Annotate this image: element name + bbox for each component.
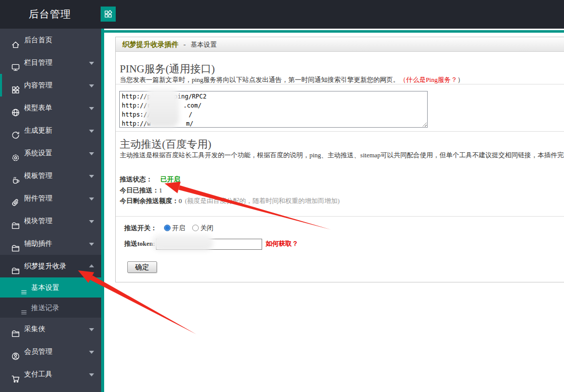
caret-down-icon [89, 175, 94, 178]
sidebar: 后台首页栏目管理内容管理模型表单生成更新系统设置模板管理附件管理模块管理辅助插件… [0, 29, 101, 392]
sidebar-item-label: 模型表单 [24, 96, 52, 119]
push-token-label: 推送token: [124, 238, 156, 249]
how-to-get-token-link[interactable]: 如何获取？ [266, 240, 298, 247]
push-status-label: 推送状态： [120, 175, 152, 183]
radio-push-off[interactable] [192, 225, 199, 231]
caret-down-icon [89, 220, 94, 223]
radio-off-label[interactable]: 关闭 [200, 224, 213, 232]
folder-icon [11, 217, 20, 226]
pushed-today-label: 今日已推送： [120, 186, 159, 194]
plugin-title: 织梦提升收录插件 [122, 41, 179, 48]
sidebar-item-attachment-manage[interactable]: 附件管理 [0, 187, 101, 210]
sidebar-item-label: 辅助插件 [24, 232, 52, 255]
push-section-desc: 主动推送是根据百度站长工具开发的一个功能，根据百度的说明，ping、主动推送、s… [120, 151, 564, 159]
caret-down-icon [89, 62, 94, 65]
sidebar-item-column-manage[interactable]: 栏目管理 [0, 51, 101, 74]
sidebar-item-member-manage[interactable]: 会员管理 [0, 340, 101, 363]
home-icon [11, 36, 20, 45]
push-switch-label: 推送开关： [124, 224, 157, 232]
confirm-button[interactable]: 确定 [127, 261, 157, 273]
sidebar-item-generate-update[interactable]: 生成更新 [0, 119, 101, 142]
sidebar-item-template-manage[interactable]: 模板管理 [0, 164, 101, 187]
sidebar-subitem-label: 推送记录 [31, 298, 59, 318]
caret-down-icon [89, 152, 94, 155]
app-title: 后台管理 [29, 0, 71, 29]
sidebar-item-payment-tools[interactable]: 支付工具 [0, 363, 101, 385]
push-section: 主动推送(百度专用) 主动推送是根据百度站长工具开发的一个功能，根据百度的说明，… [116, 132, 564, 217]
sidebar-item-label: 支付工具 [24, 363, 52, 385]
panel-header: 织梦提升收录插件 - 基本设置 [116, 37, 564, 52]
sidebar-item-dedecms-seo-plugin[interactable]: 织梦提升收录 [0, 255, 101, 277]
monitor-icon [11, 58, 20, 67]
sidebar-item-label: 生成更新 [24, 119, 52, 142]
sidebar-item-content-manage[interactable]: 内容管理 [0, 74, 101, 96]
pushed-today-value: 1 [159, 186, 163, 194]
clip-icon [11, 194, 20, 203]
ping-section-desc: 当您发表一篇新文章时，ping服务将向以下站点发出通告，第一时间通知搜索引擎更新… [120, 76, 564, 83]
refresh-icon [11, 126, 20, 135]
sidebar-item-system-settings[interactable]: 系统设置 [0, 142, 101, 164]
globe-icon [11, 104, 20, 113]
caret-down-icon [89, 243, 94, 246]
push-status-line: 推送状态：已开启 [120, 174, 564, 185]
folder-icon [11, 325, 20, 334]
sidebar-subitem-basic-settings[interactable]: 基本设置 [0, 277, 101, 298]
what-is-ping-link[interactable]: （什么是Ping服务？ [399, 76, 457, 83]
cup-icon [11, 171, 20, 180]
push-status-block: 推送状态：已开启 今日已推送：1 今日剩余推送额度：0(额度是由百度分配的，随着… [120, 174, 564, 207]
sidebar-item-label: 织梦提升收录 [24, 255, 66, 277]
quota-line: 今日剩余推送额度：0(额度是由百度分配的，随着时间和权重的增加而增加) [120, 195, 564, 207]
list-icon [20, 304, 28, 311]
sidebar-item-module-manage[interactable]: 模块管理 [0, 210, 101, 232]
sidebar-item-helper-plugins[interactable]: 辅助插件 [0, 232, 101, 255]
sidebar-item-label: 模板管理 [24, 164, 52, 187]
page-title: 基本设置 [191, 41, 217, 48]
grid-icon [11, 81, 20, 90]
sidebar-item-label: 内容管理 [24, 74, 52, 96]
quota-value: 0 [179, 197, 182, 205]
caret-down-icon [89, 84, 94, 87]
pushed-today-line: 今日已推送：1 [120, 185, 564, 196]
content-top-accent [104, 30, 564, 33]
sidebar-item-label: 模块管理 [24, 210, 52, 232]
sidebar-item-label: 附件管理 [24, 187, 52, 210]
topbar: 后台管理 [0, 0, 564, 29]
cart-icon [11, 370, 20, 379]
ping-desc-close: ） [457, 76, 464, 83]
user-icon [11, 347, 20, 356]
sidebar-item-collector[interactable]: 采集侠 [0, 318, 101, 340]
gear-icon [11, 149, 20, 158]
caret-down-icon [89, 107, 94, 110]
caret-down-icon [89, 130, 94, 133]
folder-icon [11, 239, 20, 248]
ping-section-title: PING服务(通用接口) [120, 63, 564, 74]
grid-icon [104, 10, 113, 19]
ping-urls-section: http://pingping/RPC2http://rpc.com/https… [116, 84, 564, 132]
push-section-title: 主动推送(百度专用) [120, 139, 564, 150]
dashboard-grid-button[interactable] [101, 7, 116, 22]
radio-on-label[interactable]: 开启 [172, 224, 185, 232]
sidebar-item-label: 会员管理 [24, 340, 52, 363]
radio-push-on[interactable] [164, 225, 171, 231]
sidebar-item-model-form[interactable]: 模型表单 [0, 96, 101, 119]
caret-down-icon [89, 373, 94, 376]
caret-down-icon [89, 328, 94, 331]
sidebar-item-label: 系统设置 [24, 142, 52, 164]
header-separator: - [184, 41, 186, 48]
sidebar-item-label: 栏目管理 [24, 51, 52, 74]
censor-blur-urls [146, 88, 179, 127]
caret-up-icon [89, 264, 94, 267]
censor-blur-token [152, 234, 213, 251]
push-switch-line: 推送开关：开启关闭 [124, 224, 564, 232]
quota-label: 今日剩余推送额度： [120, 197, 179, 205]
folder-icon [11, 262, 20, 271]
quota-note: (额度是由百度分配的，随着时间和权重的增加而增加) [185, 197, 340, 205]
ping-desc-text: 当您发表一篇新文章时，ping服务将向以下站点发出通告，第一时间通知搜索引擎更新… [120, 76, 399, 83]
push-status-value: 已开启 [160, 175, 180, 183]
caret-down-icon [89, 351, 94, 354]
sidebar-subitem-push-records[interactable]: 推送记录 [0, 298, 101, 318]
ping-section: PING服务(通用接口) 当您发表一篇新文章时，ping服务将向以下站点发出通告… [116, 52, 564, 84]
sidebar-item-backend-home[interactable]: 后台首页 [0, 29, 101, 51]
main-content: 织梦提升收录插件 - 基本设置 PING服务(通用接口) 当您发表一篇新文章时，… [104, 29, 564, 392]
admin-page: 后台管理 后台首页栏目管理内容管理模型表单生成更新系统设置模板管理附件管理模块管… [0, 0, 564, 392]
